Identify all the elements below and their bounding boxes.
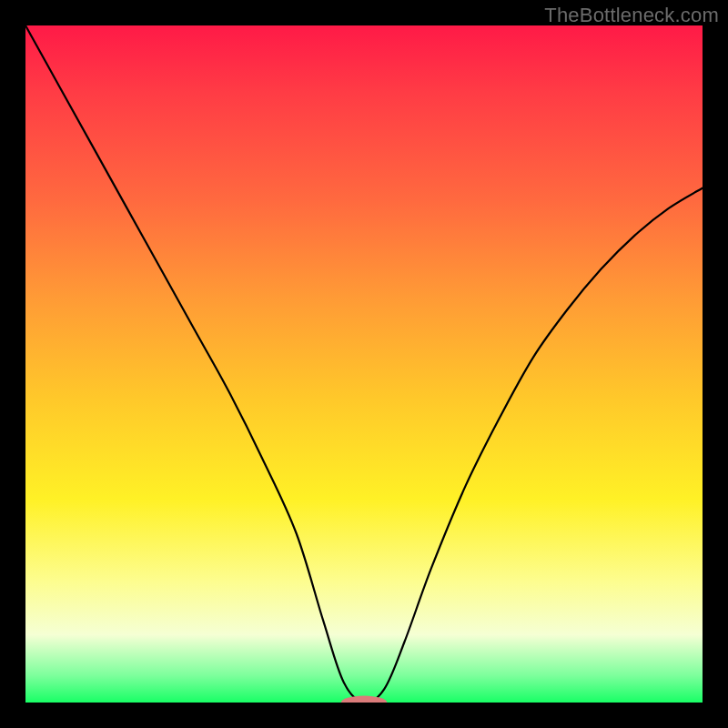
bottleneck-curve xyxy=(25,25,703,703)
plot-area xyxy=(25,25,703,703)
curve-layer xyxy=(25,25,703,703)
optimal-point-marker xyxy=(341,696,388,703)
watermark-text: TheBottleneck.com xyxy=(544,4,719,27)
chart-frame: TheBottleneck.com xyxy=(0,0,728,728)
